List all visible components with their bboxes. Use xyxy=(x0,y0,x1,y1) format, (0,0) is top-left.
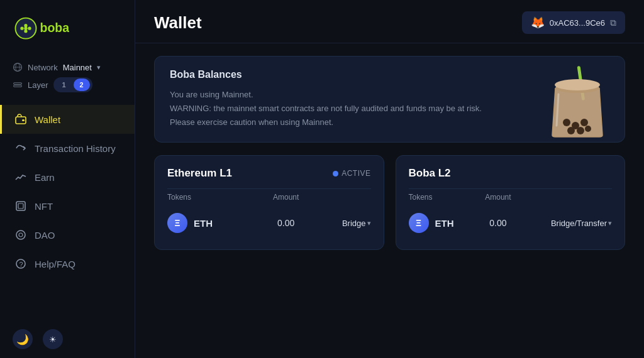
sidebar-bottom: 🌙 ☀ xyxy=(0,320,135,358)
network-row[interactable]: Network Mainnet ▾ xyxy=(13,62,122,72)
layer-toggle[interactable]: 1 2 xyxy=(53,77,92,92)
svg-rect-14 xyxy=(22,119,25,121)
eth-icon-l2: Ξ xyxy=(409,213,429,233)
l1-eth-amount: 0.00 xyxy=(260,208,313,238)
ethereum-l1-title: Ethereum L1 xyxy=(167,167,232,180)
svg-rect-15 xyxy=(16,202,25,210)
network-label: Network xyxy=(28,63,58,72)
ethereum-l1-card: Ethereum L1 ACTIVE Tokens Amount xyxy=(154,155,384,250)
svg-point-5 xyxy=(24,30,27,33)
svg-rect-12 xyxy=(14,85,22,87)
l1-eth-action-cell: Bridge ▾ xyxy=(313,208,371,238)
svg-point-23 xyxy=(555,79,600,90)
sidebar-item-label-dao: DAO xyxy=(35,230,55,241)
l2-eth-amount: 0.00 xyxy=(478,208,518,238)
svg-point-29 xyxy=(585,126,591,132)
svg-point-27 xyxy=(567,127,575,134)
network-icon xyxy=(13,62,23,72)
svg-point-17 xyxy=(16,231,25,239)
boba-l2-card: Boba L2 Tokens Amount xyxy=(396,155,626,250)
ethereum-l1-card-header: Ethereum L1 ACTIVE xyxy=(167,167,371,180)
svg-point-2 xyxy=(20,27,23,30)
l2-eth-symbol: ETH xyxy=(435,218,454,229)
sidebar-item-label-txhistory: Transaction History xyxy=(35,143,116,154)
l1-eth-symbol: ETH xyxy=(194,218,213,229)
dark-mode-button[interactable]: 🌙 xyxy=(13,329,33,349)
sidebar-item-label-wallet: Wallet xyxy=(35,114,60,125)
l2-bridge-transfer-label: Bridge/Transfer xyxy=(551,219,607,228)
wallet-grids: Ethereum L1 ACTIVE Tokens Amount xyxy=(154,155,625,250)
l2-bridge-transfer-chevron: ▾ xyxy=(608,219,612,227)
light-mode-button[interactable]: ☀ xyxy=(43,329,63,349)
toggle-l1[interactable]: 1 xyxy=(56,79,72,91)
l1-bridge-label: Bridge xyxy=(342,219,366,228)
network-layer-section: Network Mainnet ▾ Layer 1 2 xyxy=(0,58,135,100)
l1-bridge-button[interactable]: Bridge ▾ xyxy=(313,219,371,228)
copy-address-icon[interactable]: ⧉ xyxy=(610,18,616,28)
boba-balances-banner: Boba Balances You are using Mainnet. WAR… xyxy=(154,56,625,143)
l1-col-amount: Amount xyxy=(260,193,313,208)
svg-text:?: ? xyxy=(19,261,23,268)
wallet-address-text: 0xAC63...9Ce6 xyxy=(550,18,605,28)
dao-icon xyxy=(14,229,27,241)
network-value: Mainnet xyxy=(63,63,92,72)
svg-point-3 xyxy=(24,24,27,27)
sidebar-item-label-help: Help/FAQ xyxy=(35,259,75,269)
boba-l2-token-table: Tokens Amount Ξ xyxy=(409,193,613,238)
l1-eth-token-cell: Ξ ETH xyxy=(167,208,260,238)
wallet-nav-icon xyxy=(14,113,27,126)
eth-icon-l1: Ξ xyxy=(167,213,187,233)
svg-rect-11 xyxy=(14,83,22,84)
toggle-l2[interactable]: 2 xyxy=(74,79,90,91)
svg-point-28 xyxy=(577,127,584,134)
sidebar-item-dao[interactable]: DAO xyxy=(0,220,135,249)
svg-rect-16 xyxy=(18,203,23,209)
help-icon: ? xyxy=(14,258,27,270)
sidebar: boba Network Mainnet ▾ Layer 1 2 xyxy=(0,0,135,358)
boba-logo: boba xyxy=(13,11,69,46)
divider-l2-top xyxy=(409,188,613,189)
layer-label: Layer xyxy=(28,80,48,90)
svg-point-26 xyxy=(580,119,588,126)
l1-col-action xyxy=(313,193,371,208)
boba-l2-card-header: Boba L2 xyxy=(409,167,613,180)
logo-area: boba xyxy=(0,0,135,58)
svg-point-18 xyxy=(19,233,23,237)
l1-col-tokens: Tokens xyxy=(167,193,260,208)
svg-point-6 xyxy=(24,27,27,30)
sidebar-item-label-nft: NFT xyxy=(35,201,53,212)
l2-col-tokens: Tokens xyxy=(409,193,479,208)
ethereum-l1-token-table: Tokens Amount Ξ xyxy=(167,193,371,238)
l2-eth-token-cell: Ξ ETH xyxy=(409,208,479,238)
ethereum-l1-active-badge: ACTIVE xyxy=(333,169,370,178)
sidebar-item-nft[interactable]: NFT xyxy=(0,192,135,220)
sidebar-item-earn[interactable]: Earn xyxy=(0,163,135,192)
sidebar-item-help-faq[interactable]: ? Help/FAQ xyxy=(0,249,135,278)
svg-text:boba: boba xyxy=(40,21,70,35)
table-row: Ξ ETH 0.00 Bridge/Transfer ▾ xyxy=(409,208,613,238)
l2-eth-action-cell: Bridge/Transfer ▾ xyxy=(518,208,612,238)
metamask-fox-icon: 🦊 xyxy=(531,16,545,30)
table-row: Ξ ETH 0.00 Bridge ▾ xyxy=(167,208,371,238)
main-content: Wallet 🦊 0xAC63...9Ce6 ⧉ Boba Balances Y… xyxy=(135,0,644,358)
boba-cup-illustration xyxy=(543,63,612,138)
sidebar-item-label-earn: Earn xyxy=(35,172,55,183)
l2-bridge-transfer-button[interactable]: Bridge/Transfer ▾ xyxy=(518,219,612,228)
wallet-address-button[interactable]: 🦊 0xAC63...9Ce6 ⧉ xyxy=(522,11,625,34)
active-indicator-dot xyxy=(333,171,338,176)
divider-l1-top xyxy=(167,188,371,189)
sidebar-item-transaction-history[interactable]: Transaction History xyxy=(0,134,135,163)
main-nav: Wallet Transaction History Earn xyxy=(0,100,135,320)
l2-col-action xyxy=(518,193,612,208)
page-title: Wallet xyxy=(154,13,202,33)
network-chevron: ▾ xyxy=(97,63,101,72)
boba-l2-title: Boba L2 xyxy=(409,167,451,180)
nft-icon xyxy=(14,200,27,212)
sidebar-item-wallet[interactable]: Wallet xyxy=(0,105,135,134)
active-label-text: ACTIVE xyxy=(341,169,370,178)
main-scrollable-content: Boba Balances You are using Mainnet. WAR… xyxy=(135,43,644,358)
layer-icon xyxy=(13,80,23,90)
layer-row: Layer 1 2 xyxy=(13,77,122,92)
earn-icon xyxy=(14,171,27,183)
l1-bridge-chevron: ▾ xyxy=(367,219,371,227)
